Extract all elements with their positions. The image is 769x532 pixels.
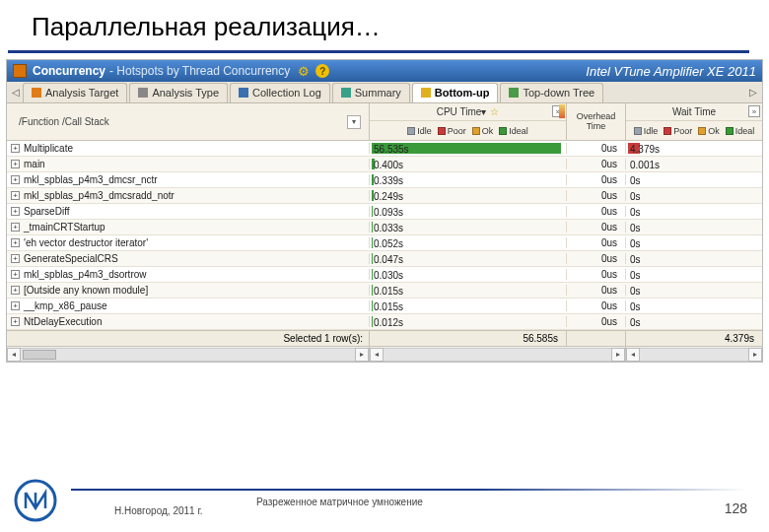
- wait-legend: Idle Poor Ok Ideal: [626, 121, 762, 141]
- table-row[interactable]: +__kmp_x86_pause0.015s0us0s: [7, 299, 762, 314]
- tab-label: Summary: [355, 87, 401, 99]
- cpu-time-value: 0.033s: [374, 223, 403, 233]
- cpu-time-value: 0.047s: [374, 254, 403, 265]
- column-wait-time[interactable]: Wait Time: [672, 106, 716, 117]
- tab-icon: [341, 88, 351, 98]
- cpu-time-bar: [372, 300, 373, 311]
- page-number: 128: [725, 500, 747, 516]
- expand-icon[interactable]: +: [11, 238, 20, 247]
- swatch-idle-icon: [407, 127, 415, 135]
- scroll-left-arrow[interactable]: ◂: [7, 348, 21, 362]
- selection-label: Selected 1 row(s):: [7, 331, 370, 346]
- tab-icon: [32, 88, 41, 98]
- column-cpu-time[interactable]: CPU Time: [437, 106, 482, 117]
- table-row[interactable]: +Multiplicate56.535s0us4.379s: [7, 141, 762, 157]
- wait-time-value: 0s: [630, 175, 641, 186]
- tab-analysis-type[interactable]: Analysis Type: [129, 83, 228, 102]
- function-name: _tmainCRTStartup: [24, 222, 105, 233]
- tab-collection-log[interactable]: Collection Log: [230, 83, 330, 102]
- tab-top-down-tree[interactable]: Top-down Tree: [500, 83, 603, 102]
- scroll-right-arrow[interactable]: ▸: [748, 348, 762, 362]
- table-row[interactable]: +GenerateSpecialCRS0.047s0us0s: [7, 251, 762, 267]
- cpu-time-value: 0.012s: [374, 317, 403, 328]
- overhead-value: 0us: [567, 285, 626, 296]
- cpu-time-value: 0.030s: [374, 270, 403, 281]
- swatch-ideal-icon: [499, 127, 507, 135]
- table-row[interactable]: +_tmainCRTStartup0.033s0us0s: [7, 220, 762, 235]
- expand-icon[interactable]: +: [11, 301, 20, 310]
- expand-icon[interactable]: +: [11, 223, 20, 232]
- tab-label: Top-down Tree: [523, 87, 594, 99]
- scroll-track[interactable]: [640, 348, 748, 362]
- table-row[interactable]: +main0.400s0us0.001s: [7, 157, 762, 172]
- table-row[interactable]: +SparseDiff0.093s0us0s: [7, 204, 762, 220]
- slide-footer: Н.Новгород, 2011 г. Разреженное матрично…: [0, 479, 769, 522]
- wait-time-value: 0s: [630, 317, 641, 328]
- tab-icon: [509, 88, 519, 98]
- grouping-dropdown[interactable]: ▾: [347, 115, 361, 129]
- product-brand: Intel VTune Amplifier XE 2011: [586, 64, 756, 79]
- settings-icon[interactable]: ⚙: [298, 64, 310, 79]
- table-row[interactable]: +'eh vector destructor iterator'0.052s0u…: [7, 235, 762, 251]
- expand-icon[interactable]: +: [11, 317, 20, 326]
- swatch-idle-icon: [634, 127, 642, 135]
- overhead-value: 0us: [567, 237, 626, 248]
- footer-location: Н.Новгород, 2011 г.: [114, 505, 203, 516]
- footer-divider: [71, 489, 747, 491]
- cpu-legend: Idle Poor Ok Ideal: [370, 121, 566, 141]
- swatch-ok-icon: [472, 127, 480, 135]
- scroll-track[interactable]: [21, 348, 355, 362]
- wait-time-value: 0s: [630, 286, 641, 297]
- tab-icon: [421, 88, 431, 98]
- expand-icon[interactable]: +: [11, 160, 20, 168]
- selection-summary: Selected 1 row(s): 56.585s 4.379s: [7, 330, 762, 346]
- scroll-track[interactable]: [384, 348, 611, 362]
- scroll-thumb[interactable]: [23, 350, 56, 360]
- data-grid[interactable]: +Multiplicate56.535s0us4.379s+main0.400s…: [7, 141, 762, 330]
- function-name: mkl_spblas_p4m3_dmcsradd_notr: [24, 190, 175, 201]
- expand-icon[interactable]: +: [11, 191, 20, 200]
- table-row[interactable]: +NtDelayExecution0.012s0us0s: [7, 314, 762, 330]
- star-icon: ☆: [490, 106, 499, 117]
- expand-wait-column[interactable]: »: [748, 105, 760, 117]
- cpu-time-value: 0.249s: [374, 191, 403, 202]
- column-overhead[interactable]: Overhead Time: [567, 103, 625, 140]
- horizontal-scrollbars: ◂ ▸ ◂ ▸ ◂ ▸: [7, 346, 762, 362]
- overhead-value: 0us: [567, 174, 626, 185]
- swatch-poor-icon: [438, 127, 446, 135]
- scroll-left-arrow[interactable]: ◂: [370, 348, 384, 362]
- overhead-value: 0us: [567, 206, 626, 217]
- scroll-left-arrow[interactable]: ◂: [626, 348, 640, 362]
- tab-scroll-left[interactable]: ◁: [9, 87, 23, 98]
- table-row[interactable]: +mkl_spblas_p4m3_dmcsr_nctr0.339s0us0s: [7, 172, 762, 188]
- expand-icon[interactable]: +: [11, 270, 20, 279]
- overhead-value: 0us: [567, 300, 626, 311]
- tab-summary[interactable]: Summary: [332, 83, 410, 102]
- expand-icon[interactable]: +: [11, 144, 20, 153]
- wait-time-value: 0s: [630, 191, 641, 202]
- tab-analysis-target[interactable]: Analysis Target: [23, 83, 127, 102]
- table-row[interactable]: +[Outside any known module]0.015s0us0s: [7, 283, 762, 299]
- cpu-time-bar: [372, 222, 373, 233]
- cpu-time-value: 0.093s: [374, 207, 403, 218]
- tab-scroll-right[interactable]: ▷: [746, 87, 760, 98]
- table-row[interactable]: +mkl_spblas_p4m3_dsortrow0.030s0us0s: [7, 267, 762, 283]
- function-name: Multiplicate: [24, 143, 73, 154]
- column-function[interactable]: /Function /Call Stack: [15, 116, 109, 127]
- heatmap-strip-icon: [559, 104, 565, 118]
- selection-wait-total: 4.379s: [626, 331, 762, 346]
- expand-icon[interactable]: +: [11, 207, 20, 216]
- help-icon[interactable]: ?: [315, 64, 329, 78]
- tab-bottom-up[interactable]: Bottom-up: [412, 83, 499, 102]
- expand-icon[interactable]: +: [11, 254, 20, 263]
- sort-indicator-icon[interactable]: ▾: [481, 106, 486, 117]
- expand-icon[interactable]: +: [11, 175, 20, 184]
- footer-subtitle: Разреженное матричное умножение: [256, 497, 423, 507]
- expand-icon[interactable]: +: [11, 286, 20, 295]
- scroll-right-arrow[interactable]: ▸: [611, 348, 625, 362]
- cpu-time-value: 56.535s: [374, 144, 409, 155]
- swatch-ok-icon: [698, 127, 706, 135]
- table-row[interactable]: +mkl_spblas_p4m3_dmcsradd_notr0.249s0us0…: [7, 188, 762, 204]
- scroll-right-arrow[interactable]: ▸: [355, 348, 369, 362]
- grid-header: /Function /Call Stack ▾ CPU Time ▾ ☆ Idl…: [7, 103, 762, 141]
